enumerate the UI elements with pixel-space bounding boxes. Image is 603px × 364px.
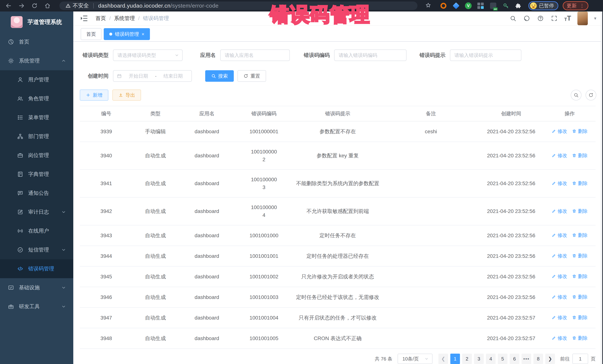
forward-icon[interactable] <box>18 2 25 10</box>
sidebar-item-错误码管理[interactable]: 错误码管理 <box>0 259 73 278</box>
extension-switch-icon[interactable]: on <box>489 2 497 10</box>
prev-page-button[interactable]: ❮ <box>439 354 448 364</box>
extension-orange-icon[interactable] <box>440 2 447 10</box>
delete-link[interactable]: 删除 <box>572 293 588 301</box>
breadcrumb-system[interactable]: 系统管理 <box>114 15 135 22</box>
logo-row[interactable]: 芋道管理系统 <box>0 11 73 33</box>
error-type-select-input[interactable] <box>117 53 178 58</box>
edit-link[interactable]: 修改 <box>552 179 567 187</box>
font-size-icon[interactable]: TT <box>564 15 571 22</box>
error-hint-field[interactable] <box>450 49 521 61</box>
browser-profile-button[interactable]: 已暂停 <box>528 1 558 10</box>
page-button-2[interactable]: 2 <box>462 354 472 364</box>
page-size-select[interactable]: 10条/页 <box>398 354 432 364</box>
breadcrumb-home[interactable]: 首页 <box>95 15 106 22</box>
fullscreen-icon[interactable] <box>550 15 558 22</box>
sidebar-item-短信管理[interactable]: 短信管理 <box>0 240 73 259</box>
logo-image <box>11 16 23 28</box>
delete-link[interactable]: 删除 <box>572 252 588 260</box>
table-refresh-button[interactable] <box>586 90 596 100</box>
sidebar-item-首页[interactable]: 首页 <box>0 33 73 51</box>
hamburger-icon[interactable] <box>80 14 88 22</box>
sidebar-item-label: 基础设施 <box>19 284 40 291</box>
page-button-5[interactable]: 5 <box>498 354 508 364</box>
extensions-puzzle-icon[interactable] <box>515 2 522 10</box>
sidebar-item-用户管理[interactable]: 用户管理 <box>0 70 73 89</box>
bookmark-star-icon[interactable] <box>425 2 431 10</box>
sidebar-item-部门管理[interactable]: 部门管理 <box>0 127 73 146</box>
sidebar-item-岗位管理[interactable]: 岗位管理 <box>0 146 73 165</box>
edit-link[interactable]: 修改 <box>552 207 567 215</box>
add-button[interactable]: 新增 <box>80 89 108 101</box>
search-button[interactable]: 搜索 <box>205 70 234 82</box>
delete-link[interactable]: 删除 <box>572 152 588 159</box>
edit-link[interactable]: 修改 <box>552 314 567 321</box>
page-button-4[interactable]: 4 <box>486 354 496 364</box>
delete-link[interactable]: 删除 <box>572 207 588 215</box>
error-code-input[interactable] <box>339 53 402 58</box>
sidebar-item-角色管理[interactable]: 角色管理 <box>0 89 73 108</box>
cell-app: dashboard <box>178 197 236 225</box>
delete-link[interactable]: 删除 <box>572 272 588 280</box>
start-date-placeholder[interactable]: 开始日期 <box>123 73 153 79</box>
tab-close-icon[interactable]: × <box>141 32 144 36</box>
sidebar-item-字典管理[interactable]: 字典管理 <box>0 165 73 184</box>
edit-link[interactable]: 修改 <box>552 152 567 159</box>
address-bar[interactable]: 不安全 dashboard.yudao.iocoder.cn/system/er… <box>59 1 417 10</box>
page-button-3[interactable]: 3 <box>474 354 484 364</box>
goto-page-input[interactable] <box>572 354 588 364</box>
end-date-placeholder[interactable]: 结束日期 <box>158 73 188 79</box>
export-button[interactable]: 导出 <box>112 89 141 101</box>
header-search-icon[interactable] <box>509 15 517 22</box>
edit-link[interactable]: 修改 <box>552 231 567 239</box>
error-code-field[interactable] <box>334 49 406 61</box>
delete-link[interactable]: 删除 <box>572 334 588 342</box>
tab-home[interactable]: 首页 <box>81 28 102 40</box>
extension-grid-icon[interactable] <box>477 2 484 10</box>
browser-menu-icon[interactable]: ⋮ <box>580 3 584 8</box>
edit-link[interactable]: 修改 <box>552 127 567 135</box>
edit-link[interactable]: 修改 <box>552 334 567 342</box>
cell-remark: ceshi <box>383 121 479 142</box>
page-button-8[interactable]: 8 <box>533 354 543 364</box>
help-icon[interactable] <box>537 15 544 22</box>
edit-link[interactable]: 修改 <box>552 252 567 260</box>
delete-link[interactable]: 删除 <box>572 179 588 187</box>
tab-error-code[interactable]: 错误码管理 × <box>104 28 150 40</box>
delete-link[interactable]: 删除 <box>572 231 588 239</box>
delete-link[interactable]: 删除 <box>572 314 588 321</box>
extension-key-icon[interactable] <box>502 2 510 10</box>
sidebar-item-研发工具[interactable]: 研发工具 <box>0 297 73 316</box>
edit-link[interactable]: 修改 <box>552 293 567 301</box>
back-icon[interactable] <box>5 2 12 10</box>
page-scrollbar[interactable] <box>601 11 603 364</box>
home-icon[interactable] <box>44 2 51 10</box>
pager-ellipsis[interactable]: ••• <box>522 354 531 364</box>
reload-icon[interactable] <box>31 2 38 10</box>
table-row: 3942自动生成dashboard1001000004不允许获取敏感配置到前端2… <box>80 197 596 225</box>
edit-link[interactable]: 修改 <box>552 272 567 280</box>
sidebar-item-审计日志[interactable]: 审计日志 <box>0 203 73 221</box>
sidebar-item-在线用户[interactable]: 在线用户 <box>0 221 73 240</box>
github-icon[interactable] <box>523 15 531 22</box>
avatar-caret-icon[interactable]: ▾ <box>594 16 596 21</box>
app-name-input[interactable] <box>225 53 285 58</box>
sidebar-item-通知公告[interactable]: 通知公告 <box>0 184 73 203</box>
table-search-toggle-button[interactable] <box>571 90 581 100</box>
error-hint-input[interactable] <box>454 53 517 58</box>
app-name-field[interactable] <box>220 49 290 61</box>
page-button-1[interactable]: 1 <box>450 354 460 364</box>
browser-update-button[interactable]: 更新 ⋮ <box>563 1 588 10</box>
delete-link[interactable]: 删除 <box>572 127 588 135</box>
next-page-button[interactable]: ❯ <box>545 354 555 364</box>
error-type-select[interactable] <box>113 49 183 61</box>
user-avatar[interactable] <box>577 11 588 25</box>
date-range-picker[interactable]: 开始日期 - 结束日期 <box>113 70 192 82</box>
reset-button[interactable]: 重置 <box>237 70 266 82</box>
extension-diamond-icon[interactable] <box>452 2 460 10</box>
extension-vue-icon[interactable]: V <box>465 2 472 9</box>
sidebar-item-系统管理[interactable]: 系统管理 <box>0 51 73 70</box>
sidebar-item-基础设施[interactable]: 基础设施 <box>0 278 73 297</box>
sidebar-item-菜单管理[interactable]: 菜单管理 <box>0 108 73 127</box>
page-button-6[interactable]: 6 <box>510 354 519 364</box>
